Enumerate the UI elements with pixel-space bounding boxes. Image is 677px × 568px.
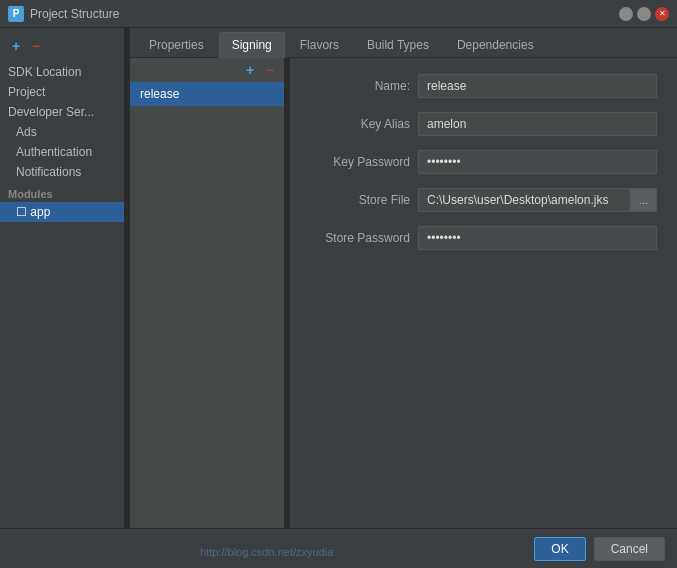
tab-bar: Properties Signing Flavors Build Types D…: [130, 28, 677, 58]
tab-dependencies[interactable]: Dependencies: [444, 32, 547, 57]
store-file-input[interactable]: [418, 188, 630, 212]
form-row-name: Name:: [310, 74, 657, 98]
form-row-key-alias: Key Alias: [310, 112, 657, 136]
title-bar: P Project Structure ✕: [0, 0, 677, 28]
sidebar-item-notifications[interactable]: Notifications: [0, 162, 124, 182]
form-row-store-password: Store Password: [310, 226, 657, 250]
sidebar-item-ads[interactable]: Ads: [0, 122, 124, 142]
key-password-input[interactable]: [418, 150, 657, 174]
cancel-button[interactable]: Cancel: [594, 537, 665, 561]
window-title: Project Structure: [30, 7, 613, 21]
main-layout: + − SDK Location Project Developer Ser..…: [0, 28, 677, 528]
modules-section-label: Modules: [0, 182, 124, 202]
list-remove-button[interactable]: −: [262, 62, 278, 78]
content-area: Properties Signing Flavors Build Types D…: [130, 28, 677, 528]
key-alias-input[interactable]: [418, 112, 657, 136]
sidebar-item-app[interactable]: ☐ app: [0, 202, 124, 222]
name-input[interactable]: [418, 74, 657, 98]
store-password-label: Store Password: [310, 231, 410, 245]
form-row-key-password: Key Password: [310, 150, 657, 174]
tab-properties[interactable]: Properties: [136, 32, 217, 57]
panel-area: + − release Name: Key Alias: [130, 58, 677, 528]
list-panel-controls: + −: [130, 58, 284, 82]
window-controls: ✕: [619, 7, 669, 21]
sidebar-item-sdk-location[interactable]: SDK Location: [0, 62, 124, 82]
bottom-bar: OK Cancel: [0, 528, 677, 568]
maximize-button[interactable]: [637, 7, 651, 21]
close-button[interactable]: ✕: [655, 7, 669, 21]
sidebar-add-button[interactable]: +: [8, 38, 24, 54]
key-alias-label: Key Alias: [310, 117, 410, 131]
store-file-browse-button[interactable]: ...: [630, 188, 657, 212]
tab-build-types[interactable]: Build Types: [354, 32, 442, 57]
sidebar-add-remove: + −: [0, 34, 124, 62]
ok-button[interactable]: OK: [534, 537, 585, 561]
form-panel: Name: Key Alias Key Password Store File …: [290, 58, 677, 528]
list-item-release[interactable]: release: [130, 82, 284, 106]
name-label: Name:: [310, 79, 410, 93]
tab-signing[interactable]: Signing: [219, 32, 285, 58]
key-password-label: Key Password: [310, 155, 410, 169]
sidebar-item-developer-services[interactable]: Developer Ser...: [0, 102, 124, 122]
minimize-button[interactable]: [619, 7, 633, 21]
store-password-input[interactable]: [418, 226, 657, 250]
store-file-input-group: ...: [418, 188, 657, 212]
sidebar: + − SDK Location Project Developer Ser..…: [0, 28, 125, 528]
store-file-label: Store File: [310, 193, 410, 207]
sidebar-item-project[interactable]: Project: [0, 82, 124, 102]
sidebar-remove-button[interactable]: −: [28, 38, 44, 54]
list-panel: + − release: [130, 58, 285, 528]
form-row-store-file: Store File ...: [310, 188, 657, 212]
sidebar-item-authentication[interactable]: Authentication: [0, 142, 124, 162]
list-add-button[interactable]: +: [242, 62, 258, 78]
app-icon: P: [8, 6, 24, 22]
tab-flavors[interactable]: Flavors: [287, 32, 352, 57]
